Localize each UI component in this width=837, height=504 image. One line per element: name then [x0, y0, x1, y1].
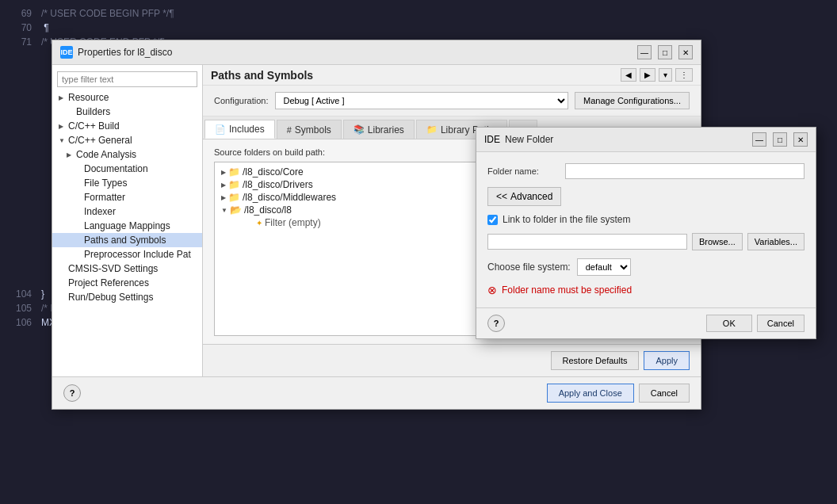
sidebar-item-rundebug[interactable]: Run/Debug Settings: [52, 290, 202, 304]
sidebar-item-label: C/C++ General: [68, 135, 132, 146]
sidebar-item-label: Formatter: [84, 192, 125, 203]
ok-button[interactable]: OK: [706, 315, 752, 332]
sidebar-item-label: File Types: [84, 178, 127, 189]
tab-includes-icon: 📄: [215, 124, 226, 135]
sidebar-item-builders[interactable]: Builders: [52, 105, 202, 119]
folder-arrow-icon: ▶: [221, 194, 226, 201]
link-checkbox[interactable]: [487, 215, 498, 225]
menu-button[interactable]: ⋮: [675, 68, 693, 82]
tab-libraries[interactable]: 📚 Libraries: [343, 120, 415, 139]
close-button[interactable]: ✕: [678, 45, 693, 59]
properties-titlebar: IDE Properties for l8_disco — □ ✕: [52, 40, 701, 65]
new-folder-title: New Folder: [505, 134, 746, 145]
sidebar-item-ccbuild[interactable]: ▶ C/C++ Build: [52, 119, 202, 133]
sidebar-item-label: Project References: [68, 277, 149, 288]
link-input-row: Browse... Variables...: [487, 233, 805, 250]
nf-maximize-button[interactable]: □: [773, 132, 787, 147]
maximize-button[interactable]: □: [658, 45, 672, 59]
filesystem-select[interactable]: default: [577, 258, 631, 276]
arrow-icon: ▶: [59, 123, 67, 130]
nf-close-button[interactable]: ✕: [793, 132, 808, 147]
folder-label: /l8_disco/Drivers: [243, 179, 313, 190]
arrow-icon: ▶: [67, 151, 75, 158]
config-select[interactable]: Debug [ Active ]: [275, 92, 569, 109]
folder-arrow-icon: ▶: [221, 181, 226, 189]
sidebar-item-ccgeneral[interactable]: ▼ C/C++ General: [52, 133, 202, 147]
manage-configurations-button[interactable]: Manage Configurations...: [575, 92, 690, 109]
sidebar-item-label: Paths and Symbols: [84, 235, 166, 246]
error-icon: ⊗: [487, 284, 497, 296]
folder-open-icon: 📂: [230, 204, 242, 216]
sidebar-item-label: CMSIS-SVD Settings: [68, 263, 158, 274]
folder-name-input[interactable]: [565, 163, 805, 179]
sidebar-item-cmsis[interactable]: CMSIS-SVD Settings: [52, 262, 202, 276]
sidebar-item-label: Language Mappings: [84, 220, 170, 231]
variables-button[interactable]: Variables...: [747, 233, 805, 250]
config-row: Configuration: Debug [ Active ] Manage C…: [203, 86, 701, 116]
dropdown-button[interactable]: ▾: [659, 68, 672, 82]
sidebar-item-label: Builders: [76, 106, 110, 117]
sidebar-item-documentation[interactable]: Documentation: [52, 162, 202, 176]
nf-cancel-button[interactable]: Cancel: [757, 315, 805, 332]
tab-libraries-label: Libraries: [368, 124, 404, 136]
sidebar-item-codeanalysis[interactable]: ▶ Code Analysis: [52, 147, 202, 162]
filter-icon: ✦: [256, 219, 262, 227]
config-label: Configuration:: [214, 96, 269, 105]
arrow-icon: ▼: [59, 137, 67, 144]
tab-includes[interactable]: 📄 Includes: [204, 120, 275, 139]
filter-label: Filter (empty): [265, 217, 321, 228]
new-folder-bottom: ? OK Cancel: [476, 307, 816, 338]
nf-minimize-button[interactable]: —: [752, 132, 766, 147]
tab-libraries-icon: 📚: [354, 124, 365, 135]
folder-icon: 📁: [228, 179, 240, 190]
advanced-button[interactable]: << Advanced: [487, 187, 561, 206]
properties-title: Properties for l8_disco: [78, 47, 631, 58]
folder-arrow-icon: ▶: [221, 169, 226, 176]
sidebar-item-filetypes[interactable]: File Types: [52, 176, 202, 190]
advanced-arrow-icon: <<: [496, 191, 507, 202]
sidebar-item-languagemappings[interactable]: Language Mappings: [52, 219, 202, 233]
filesystem-row: Choose file system: default: [487, 258, 805, 276]
sidebar-item-preprocessor[interactable]: Preprocessor Include Pat: [52, 247, 202, 262]
apply-and-close-button[interactable]: Apply and Close: [547, 384, 634, 403]
folder-icon: 📁: [228, 192, 240, 203]
sidebar-item-formatter[interactable]: Formatter: [52, 190, 202, 204]
help-button[interactable]: ?: [63, 384, 81, 402]
nf-ide-icon: IDE: [484, 134, 500, 145]
tab-symbols[interactable]: # Symbols: [277, 120, 342, 139]
restore-defaults-button[interactable]: Restore Defaults: [551, 351, 640, 370]
folder-label: /l8_disco/Middlewares: [243, 192, 336, 203]
folder-name-row: Folder name:: [487, 163, 805, 179]
back-button[interactable]: ◀: [621, 68, 636, 82]
tab-symbols-icon: #: [287, 125, 292, 135]
cancel-button[interactable]: Cancel: [639, 384, 690, 403]
minimize-button[interactable]: —: [637, 45, 652, 59]
folder-name-label: Folder name:: [487, 166, 559, 176]
sidebar-item-label: C/C++ Build: [68, 120, 120, 132]
forward-button[interactable]: ▶: [640, 68, 655, 82]
nf-help-button[interactable]: ?: [487, 315, 505, 332]
link-path-input[interactable]: [487, 234, 687, 250]
sidebar-item-label: Indexer: [84, 206, 116, 217]
sidebar-item-label: Run/Debug Settings: [68, 292, 153, 303]
sidebar-item-projectrefs[interactable]: Project References: [52, 276, 202, 290]
error-row: ⊗ Folder name must be specified: [487, 284, 805, 296]
apply-button[interactable]: Apply: [644, 351, 690, 370]
link-checkbox-label: Link to folder in the file system: [503, 214, 630, 225]
sidebar-item-pathssymbols[interactable]: Paths and Symbols: [52, 233, 202, 247]
search-input[interactable]: [57, 71, 197, 87]
folder-label: /l8_disco/Core: [243, 166, 304, 178]
browse-button[interactable]: Browse...: [692, 233, 743, 250]
sidebar-item-label: Resource: [68, 92, 109, 103]
properties-sidebar: ▶ Resource Builders ▶ C/C++ Build ▼ C/C+…: [52, 65, 203, 376]
advanced-row: << Advanced: [487, 187, 805, 206]
new-folder-body: Folder name: << Advanced Link to folder …: [476, 152, 816, 307]
sidebar-item-resource[interactable]: ▶ Resource: [52, 90, 202, 105]
dialog-bottom-bar: ? Apply and Close Cancel: [52, 376, 701, 409]
tab-includes-label: Includes: [229, 124, 265, 135]
ide-icon: IDE: [60, 46, 73, 59]
sidebar-item-label: Preprocessor Include Pat: [84, 249, 191, 260]
folder-arrow-icon: ▼: [221, 207, 227, 214]
sidebar-item-indexer[interactable]: Indexer: [52, 204, 202, 219]
tab-librarypaths-icon: 📁: [426, 124, 438, 135]
